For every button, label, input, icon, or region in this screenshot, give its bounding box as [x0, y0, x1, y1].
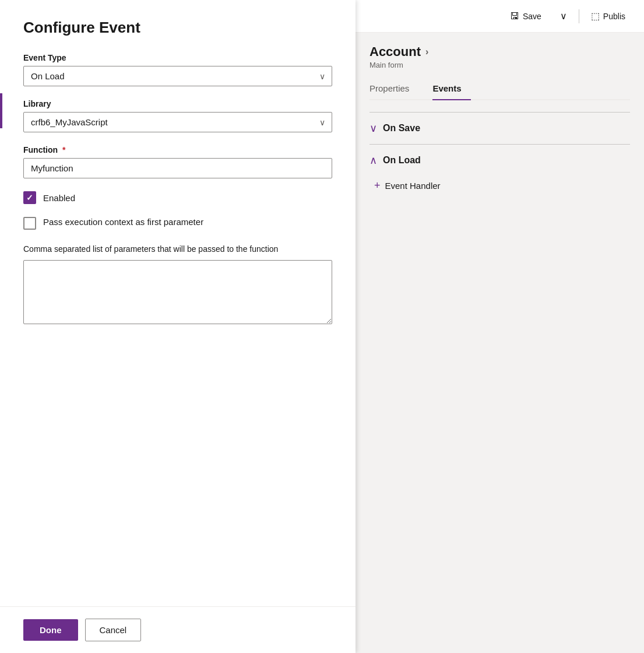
params-label: Comma separated list of parameters that …	[23, 244, 332, 255]
library-select[interactable]: crfb6_MyJavaScript	[23, 112, 332, 132]
publish-button[interactable]: ⬚ Publis	[584, 7, 632, 25]
entity-title-row: Account ›	[369, 44, 630, 59]
enabled-label: Enabled	[43, 193, 75, 203]
event-type-label: Event Type	[23, 53, 332, 62]
event-type-group: Event Type On Load ∨	[23, 53, 332, 86]
entity-name: Account	[369, 44, 421, 59]
publish-icon: ⬚	[591, 10, 600, 22]
pass-context-checkbox[interactable]	[23, 217, 36, 230]
save-dropdown-button[interactable]: ∨	[553, 7, 574, 25]
left-accent	[0, 93, 2, 128]
pass-context-group: Pass execution context as first paramete…	[23, 216, 332, 230]
required-asterisk: *	[62, 145, 65, 155]
done-button[interactable]: Done	[23, 619, 78, 641]
function-group: Function *	[23, 145, 332, 178]
on-save-collapse-icon: ∨	[369, 122, 377, 135]
topbar-divider	[579, 9, 579, 23]
on-load-section-header[interactable]: ∧ On Load	[369, 147, 630, 174]
enabled-checkbox[interactable]: ✓	[23, 191, 36, 204]
events-section: ∨ On Save ∧ On Load + Event Handler	[369, 112, 630, 198]
enabled-group: ✓ Enabled	[23, 191, 332, 204]
dialog-footer: Done Cancel	[0, 606, 356, 653]
function-label: Function *	[23, 145, 332, 155]
right-content: Account › Main form Properties Events ∨ …	[356, 33, 644, 653]
entity-chevron-icon: ›	[425, 47, 428, 57]
add-handler-label: Event Handler	[385, 181, 441, 191]
event-type-select[interactable]: On Load	[23, 66, 332, 86]
library-select-wrapper: crfb6_MyJavaScript ∨	[23, 112, 332, 132]
library-label: Library	[23, 99, 332, 108]
event-type-select-wrapper: On Load ∨	[23, 66, 332, 86]
cancel-button[interactable]: Cancel	[85, 619, 142, 641]
divider-top	[369, 112, 630, 113]
save-chevron-icon: ∨	[560, 10, 567, 22]
add-event-handler[interactable]: + Event Handler	[369, 174, 630, 198]
entity-header: Account › Main form	[369, 44, 630, 69]
on-load-title: On Load	[383, 155, 421, 166]
divider-middle	[369, 144, 630, 145]
on-save-section-header[interactable]: ∨ On Save	[369, 115, 630, 142]
configure-event-dialog: Configure Event Event Type On Load ∨ Lib…	[0, 0, 356, 653]
pass-context-label: Pass execution context as first paramete…	[43, 216, 203, 228]
add-handler-plus-icon: +	[374, 180, 381, 192]
function-input[interactable]	[23, 158, 332, 178]
dialog-content: Configure Event Event Type On Load ∨ Lib…	[0, 0, 356, 606]
tabs-bar: Properties Events	[369, 79, 630, 100]
tab-properties[interactable]: Properties	[369, 79, 418, 100]
dialog-title: Configure Event	[23, 19, 332, 37]
params-group: Comma separated list of parameters that …	[23, 244, 332, 326]
checkmark-icon: ✓	[26, 193, 33, 202]
tab-events[interactable]: Events	[432, 79, 470, 100]
topbar: 🖫 Save ∨ ⬚ Publis	[356, 0, 644, 33]
save-button[interactable]: 🖫 Save	[503, 8, 548, 25]
on-load-expand-icon: ∧	[369, 154, 377, 167]
save-icon: 🖫	[510, 11, 519, 22]
on-save-title: On Save	[383, 123, 420, 134]
right-panel: 🖫 Save ∨ ⬚ Publis Account › Main form Pr…	[356, 0, 644, 653]
entity-subtitle: Main form	[369, 61, 630, 69]
params-textarea[interactable]	[23, 260, 332, 324]
library-group: Library crfb6_MyJavaScript ∨	[23, 99, 332, 132]
